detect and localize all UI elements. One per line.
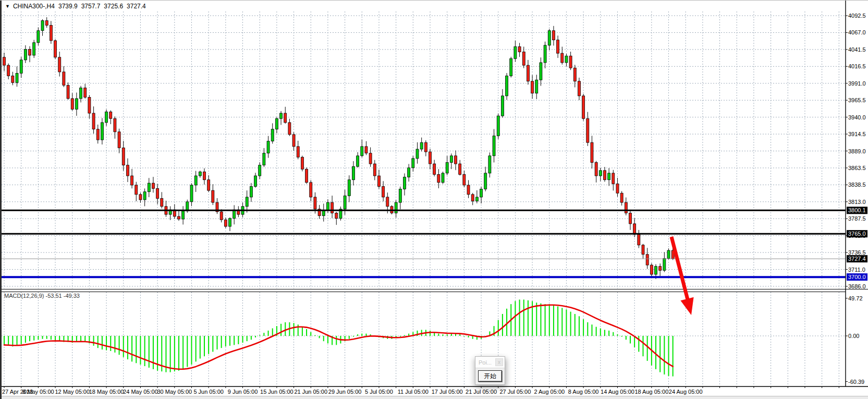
- price-tick-label: 3787.5: [848, 215, 866, 222]
- macd-indicator-label: MACD(12,26,9) -53.51 -49.33: [4, 293, 80, 299]
- price-tick-label: 4041.5: [848, 46, 866, 53]
- svg-text:3800.1: 3800.1: [848, 207, 866, 213]
- popup-close-button[interactable]: x: [495, 358, 503, 366]
- window-bottom-edge: [0, 396, 868, 399]
- date-tick-label: 21 Jun 05:00: [294, 389, 327, 395]
- date-tick-label: 11 Jul 05:00: [398, 389, 429, 395]
- date-tick-label: 24 Aug 05:00: [669, 389, 703, 395]
- price-tick-label: 3940.0: [848, 114, 866, 120]
- macd-histogram: [4, 299, 674, 376]
- price-tick-label: 3813.0: [848, 199, 866, 205]
- date-tick-label: 8 Aug 05:00: [568, 389, 599, 395]
- chart-window: MACD(12,26,9) -53.51 -49.334092.54067.04…: [0, 0, 868, 399]
- chart-canvas[interactable]: MACD(12,26,9) -53.51 -49.334092.54067.04…: [0, 1, 868, 399]
- price-tick-label: 3686.0: [848, 283, 866, 289]
- price-tick-label: 4092.5: [848, 13, 866, 19]
- date-tick-label: 14 Aug 05:00: [601, 389, 634, 395]
- script-popup-dialog: Poi... x 开始: [475, 356, 505, 385]
- date-tick-label: 24 May 05:00: [123, 389, 158, 395]
- macd-tick-label: 0.00: [848, 333, 859, 339]
- date-tick-label: 17 Jul 05:00: [432, 389, 463, 395]
- date-tick-label: 27 Jul 05:00: [499, 389, 531, 395]
- date-tick-label: 18 May 05:00: [89, 389, 124, 395]
- price-tick-label: 3736.5: [848, 249, 866, 256]
- date-tick-label: 8 May 05:00: [22, 389, 54, 395]
- pane-separator[interactable]: [0, 289, 868, 292]
- date-tick-label: 29 Jun 05:00: [328, 389, 362, 395]
- macd-tick-label: 49.72: [848, 295, 863, 301]
- date-tick-label: 30 May 05:00: [157, 389, 192, 395]
- symbol-period-label: CHINA300-,H4: [13, 3, 55, 10]
- price-tick-label: 3965.5: [848, 97, 866, 103]
- grid-layer: [2, 11, 846, 386]
- price-tick-label: 3863.5: [848, 165, 866, 171]
- price-tick-label: 3991.0: [848, 80, 866, 87]
- price-tick-label: 3914.5: [848, 131, 866, 137]
- price-tick-label: 3711.0: [848, 267, 865, 273]
- svg-text:3765.0: 3765.0: [848, 231, 866, 237]
- date-tick-label: 5 Jul 05:00: [365, 389, 393, 395]
- price-label-3800.1: 3800.1: [847, 207, 867, 214]
- chart-title-bar: ▼ CHINA300-,H4 3739.9 3757.7 3725.6 3727…: [5, 2, 150, 10]
- price-label-3700.0: 3700.0: [847, 273, 867, 281]
- date-tick-label: 2 Aug 05:00: [534, 389, 565, 395]
- window-left-edge: [0, 1, 2, 399]
- price-tick-label: 3838.5: [848, 182, 866, 188]
- date-tick-label: 9 Jun 05:00: [228, 389, 258, 395]
- date-tick-label: 15 Jun 05:00: [260, 389, 294, 395]
- popup-body: 开始: [475, 368, 505, 384]
- price-tick-label: 4067.0: [848, 29, 866, 35]
- svg-text:3700.0: 3700.0: [848, 274, 866, 280]
- ohlc-close-value: 3727.4: [127, 3, 146, 10]
- popup-title: Poi...: [479, 359, 495, 366]
- trend-arrow[interactable]: [671, 237, 694, 315]
- price-tick-label: 4016.5: [848, 63, 866, 69]
- price-axis[interactable]: 4092.54067.04041.54016.53991.03965.53940…: [846, 1, 866, 386]
- date-tick-label: 18 Aug 05:00: [634, 389, 668, 395]
- candles-layer: [3, 17, 675, 279]
- date-tick-label: 5 Jun 05:00: [193, 389, 224, 395]
- time-axis[interactable]: 27 Apr 20238 May 05:0012 May 05:0018 May…: [0, 386, 868, 395]
- popup-title-bar[interactable]: Poi... x: [475, 357, 505, 368]
- collapse-ohlc-icon[interactable]: ▼: [5, 4, 10, 9]
- price-label-3765.0: 3765.0: [847, 230, 867, 237]
- macd-tick-label: -60.39: [848, 379, 864, 385]
- price-tick-label: 3889.0: [848, 148, 866, 154]
- date-tick-label: 21 Jul 05:00: [466, 389, 497, 395]
- ohlc-low-value: 3725.6: [104, 3, 123, 10]
- date-tick-label: 12 May 05:00: [55, 389, 90, 395]
- current-price-label: 3727.4: [847, 255, 867, 262]
- start-button[interactable]: 开始: [478, 370, 502, 382]
- svg-text:3727.4: 3727.4: [848, 256, 866, 262]
- ohlc-high-value: 3757.7: [81, 3, 101, 10]
- macd-signal-line: [4, 305, 673, 369]
- ohlc-open-value: 3739.9: [58, 3, 78, 10]
